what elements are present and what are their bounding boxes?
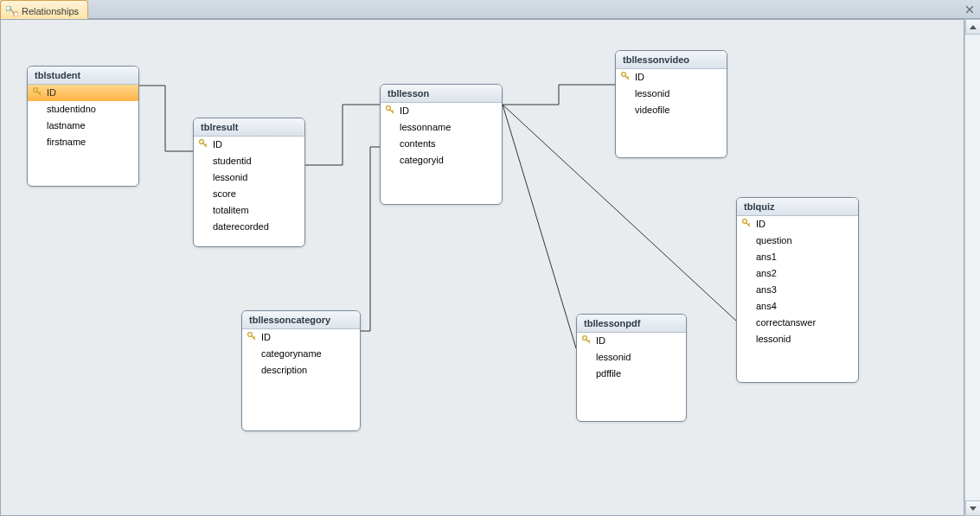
close-button[interactable] (963, 3, 977, 16)
svg-line-28 (253, 337, 255, 339)
field-ans3[interactable]: ans3 (737, 282, 858, 298)
table-tblresult[interactable]: tblresultIDstudentidlessonidscoretotalit… (193, 118, 305, 247)
field-ID[interactable]: ID (381, 103, 502, 119)
table-tbllessonpdf[interactable]: tbllessonpdfIDlessonidpdffile (576, 314, 687, 422)
field-lessonname[interactable]: lessonname (381, 119, 502, 136)
field-description[interactable]: description (242, 362, 360, 379)
field-lessonid[interactable]: lessonid (194, 169, 304, 186)
field-ID[interactable]: ID (242, 329, 360, 346)
svg-line-31 (627, 77, 629, 79)
field-daterecorded[interactable]: daterecorded (194, 219, 304, 235)
table-header[interactable]: tbllessonvideo (616, 51, 727, 69)
table-header[interactable]: tblquiz (737, 198, 858, 216)
scroll-up-button[interactable] (965, 19, 980, 35)
field-contents[interactable]: contents (381, 136, 502, 152)
tab-bar: Relationships (0, 0, 980, 19)
field-studentid[interactable]: studentid (194, 153, 304, 169)
field-firstname[interactable]: firstname (28, 134, 138, 150)
relationships-canvas[interactable]: tblstudentIDstudentidnolastnamefirstname… (0, 19, 964, 516)
svg-line-2 (10, 9, 14, 15)
field-ID[interactable]: ID (194, 137, 304, 153)
field-pdffile[interactable]: pdffile (577, 366, 686, 382)
table-tbllesson[interactable]: tbllessonIDlessonnamecontentscategoryid (380, 84, 503, 205)
field-ID[interactable]: ID (737, 216, 858, 233)
field-lessonid[interactable]: lessonid (616, 86, 727, 102)
svg-line-15 (503, 105, 576, 348)
table-tbllessoncategory[interactable]: tbllessoncategoryIDcategorynamedescripti… (241, 310, 361, 431)
field-studentidno[interactable]: studentidno (28, 101, 138, 118)
field-ID[interactable]: ID (616, 69, 727, 86)
field-ans1[interactable]: ans1 (737, 249, 858, 265)
field-lessonid[interactable]: lessonid (737, 331, 858, 347)
field-ID[interactable]: ID (577, 333, 686, 349)
svg-line-25 (392, 111, 394, 112)
field-videofile[interactable]: videofile (616, 102, 727, 118)
field-question[interactable]: question (737, 233, 858, 249)
table-header[interactable]: tbllesson (381, 85, 502, 103)
scroll-down-button[interactable] (965, 500, 980, 516)
table-tbllessonvideo[interactable]: tbllessonvideoIDlessonidvideofile (615, 50, 727, 158)
field-lessonid[interactable]: lessonid (577, 349, 686, 366)
table-header[interactable]: tblstudent (28, 67, 138, 85)
relationships-tab[interactable]: Relationships (0, 0, 88, 19)
svg-line-22 (205, 144, 207, 146)
svg-rect-1 (14, 12, 18, 16)
svg-line-37 (748, 224, 750, 226)
table-tblquiz[interactable]: tblquizIDquestionans1ans2ans3ans4correct… (736, 197, 859, 383)
field-categoryid[interactable]: categoryid (381, 152, 502, 169)
field-correctanswer[interactable]: correctanswer (737, 315, 858, 331)
vertical-scrollbar[interactable] (964, 19, 980, 516)
table-tblstudent[interactable]: tblstudentIDstudentidnolastnamefirstname (27, 66, 139, 187)
field-categoryname[interactable]: categoryname (242, 346, 360, 362)
field-ans2[interactable]: ans2 (737, 265, 858, 282)
field-totalitem[interactable]: totalitem (194, 202, 304, 219)
relationships-icon (6, 6, 18, 16)
table-header[interactable]: tblresult (194, 118, 304, 137)
field-lastname[interactable]: lastname (28, 118, 138, 134)
field-ID[interactable]: ID (28, 85, 138, 101)
svg-line-19 (39, 92, 41, 94)
svg-line-34 (588, 341, 590, 342)
table-header[interactable]: tbllessoncategory (242, 311, 360, 329)
table-header[interactable]: tbllessonpdf (577, 315, 686, 333)
field-score[interactable]: score (194, 186, 304, 202)
svg-rect-0 (6, 6, 10, 10)
tab-label: Relationships (22, 6, 79, 16)
field-ans4[interactable]: ans4 (737, 298, 858, 315)
